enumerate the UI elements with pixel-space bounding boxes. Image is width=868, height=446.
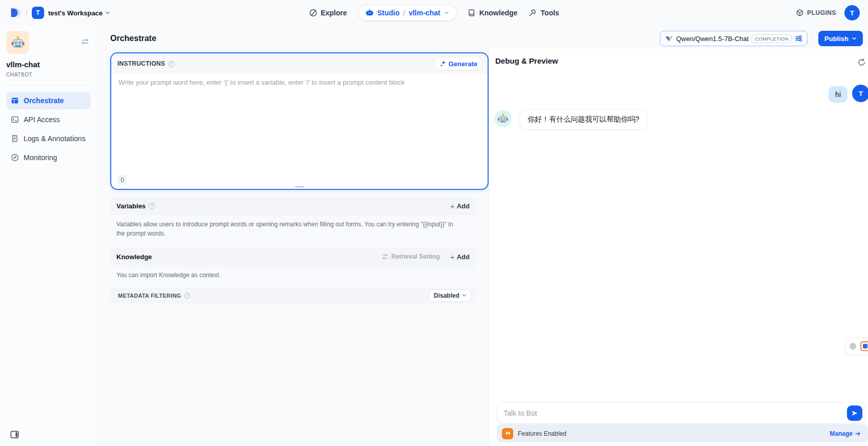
sidebar-item-logs-annotations[interactable]: Logs & Annotations <box>6 130 91 147</box>
bot-avatar <box>494 110 512 127</box>
knowledge-description: You can import Knowledge as context <box>116 270 470 280</box>
dify-app-window: / T test's Workspace Explore Studio / vl… <box>0 0 868 446</box>
publish-label: Publish <box>824 35 849 43</box>
bot-message-bubble: 你好！有什么问题我可以帮助你吗? <box>520 110 647 129</box>
model-settings-icon[interactable] <box>795 34 803 43</box>
hammer-icon <box>529 9 537 17</box>
help-icon[interactable]: ? <box>168 61 175 67</box>
nav-explore[interactable]: Explore <box>309 9 347 17</box>
page-title: Orchestrate <box>110 34 156 43</box>
breadcrumb-separator: / <box>26 9 28 17</box>
dify-logo[interactable] <box>8 6 22 20</box>
add-variable-button[interactable]: + Add <box>450 202 470 210</box>
resize-handle[interactable] <box>295 186 304 187</box>
sidebar-nav: Orchestrate API Access Logs & Annotation… <box>6 92 91 166</box>
debug-preview-panel: Debug & Preview hi T <box>489 49 868 446</box>
sparkles-icon <box>439 60 447 67</box>
nav-studio-label: Studio <box>377 9 400 17</box>
workspace-switcher[interactable]: test's Workspace <box>48 9 110 17</box>
sidebar-divider <box>6 85 91 86</box>
metadata-title: METADATA FILTERING <box>118 293 181 299</box>
user-avatar[interactable]: T <box>844 5 860 21</box>
send-button[interactable] <box>847 405 862 421</box>
features-label: Features Enabled <box>518 430 567 437</box>
workspace-name: test's Workspace <box>48 9 103 17</box>
chevron-down-icon <box>462 293 467 298</box>
model-name: Qwen/Qwen1.5-7B-Chat <box>676 35 749 43</box>
app-settings-icon[interactable] <box>82 38 89 45</box>
publish-button[interactable]: Publish <box>818 31 863 46</box>
sidebar-app-name: vllm-chat <box>6 60 91 69</box>
robot-emoji-icon <box>497 113 509 124</box>
app-icon <box>6 31 29 54</box>
knowledge-panel: Knowledge Retrieval Setting + Add You ca… <box>110 247 476 284</box>
prompt-input[interactable] <box>111 74 488 171</box>
nav-explore-label: Explore <box>320 9 347 17</box>
model-selector[interactable]: Qwen/Qwen1.5-7B-Chat COMPLETION <box>660 31 808 46</box>
knowledge-header: Knowledge Retrieval Setting + Add <box>110 247 476 266</box>
add-label: Add <box>457 202 470 210</box>
features-bar: Features Enabled Manage <box>497 424 868 442</box>
page-toolbar: Orchestrate Qwen/Qwen1.5-7B-Chat COMPLET… <box>97 26 868 51</box>
explore-icon <box>309 9 317 17</box>
variables-description: Variables allow users to introduce promp… <box>116 220 457 238</box>
sidebar-item-label: Monitoring <box>24 153 57 162</box>
variables-body: Variables allow users to introduce promp… <box>110 215 476 241</box>
chat-message-assistant: 你好！有什么问题我可以帮助你吗? <box>494 110 647 129</box>
orchestrate-icon <box>11 96 19 105</box>
add-knowledge-button[interactable]: + Add <box>450 253 470 261</box>
sidebar-item-orchestrate[interactable]: Orchestrate <box>6 92 91 109</box>
widget-brand-icon <box>860 341 868 351</box>
top-bar-left: / T test's Workspace <box>8 6 110 20</box>
help-icon[interactable]: ? <box>184 293 190 299</box>
chevron-down-icon <box>852 36 857 41</box>
metadata-filtering-row: METADATA FILTERING ? Disabled <box>110 287 476 303</box>
knowledge-body: You can import Knowledge as context <box>110 266 476 284</box>
orchestrate-config-panel: INSTRUCTIONS ? Generate 0 Variables ? + … <box>97 51 489 446</box>
user-message-bubble: hi <box>829 86 847 103</box>
vllm-logo-icon <box>664 34 673 43</box>
nav-tools[interactable]: Tools <box>529 9 559 17</box>
robot-icon <box>366 9 374 17</box>
sidebar-item-api-access[interactable]: API Access <box>6 111 91 128</box>
nav-knowledge[interactable]: Knowledge <box>468 9 518 17</box>
floating-widget[interactable] <box>845 338 868 355</box>
instructions-title: INSTRUCTIONS <box>117 60 165 67</box>
top-bar: / T test's Workspace Explore Studio / vl… <box>0 0 868 26</box>
toolbar-divider <box>813 34 813 43</box>
terminal-icon <box>11 115 19 124</box>
generate-label: Generate <box>449 60 477 68</box>
collapse-sidebar-icon[interactable] <box>10 430 19 441</box>
app-sidebar: vllm-chat CHATBOT Orchestrate API Access <box>0 26 97 446</box>
variables-header: Variables ? + Add <box>110 197 476 215</box>
sidebar-item-label: Logs & Annotations <box>24 134 86 143</box>
retrieval-setting-icon <box>381 253 389 260</box>
char-counter: 0 <box>117 175 127 185</box>
help-icon[interactable]: ? <box>149 203 155 209</box>
gauge-icon <box>11 153 19 162</box>
workspace-avatar: T <box>32 7 44 19</box>
instructions-header: INSTRUCTIONS ? Generate <box>111 53 488 74</box>
variables-panel: Variables ? + Add Variables allow users … <box>110 197 476 241</box>
sidebar-item-monitoring[interactable]: Monitoring <box>6 149 91 166</box>
metadata-state-dropdown[interactable]: Disabled <box>430 290 471 301</box>
plugins-button[interactable]: PLUGINS <box>796 9 836 17</box>
restart-conversation-icon[interactable] <box>857 58 866 69</box>
plugins-label: PLUGINS <box>807 9 836 16</box>
sidebar-item-label: Orchestrate <box>24 96 64 105</box>
paper-plane-icon <box>851 410 858 417</box>
chevron-down-icon <box>105 10 110 15</box>
manage-label: Manage <box>830 430 853 437</box>
retrieval-setting-button[interactable]: Retrieval Setting <box>381 253 440 260</box>
nav-separator: / <box>403 9 405 17</box>
knowledge-title: Knowledge <box>116 253 152 261</box>
chat-message-user: hi T <box>829 85 868 103</box>
chat-input[interactable] <box>503 409 847 417</box>
plus-icon: + <box>450 253 455 261</box>
manage-features-link[interactable]: Manage <box>830 430 861 437</box>
chat-input-bar <box>497 402 865 423</box>
user-message-avatar: T <box>852 85 868 102</box>
nav-studio-pill[interactable]: Studio / vllm-chat <box>358 5 456 21</box>
generate-button[interactable]: Generate <box>435 57 481 70</box>
sidebar-item-label: API Access <box>24 115 60 124</box>
